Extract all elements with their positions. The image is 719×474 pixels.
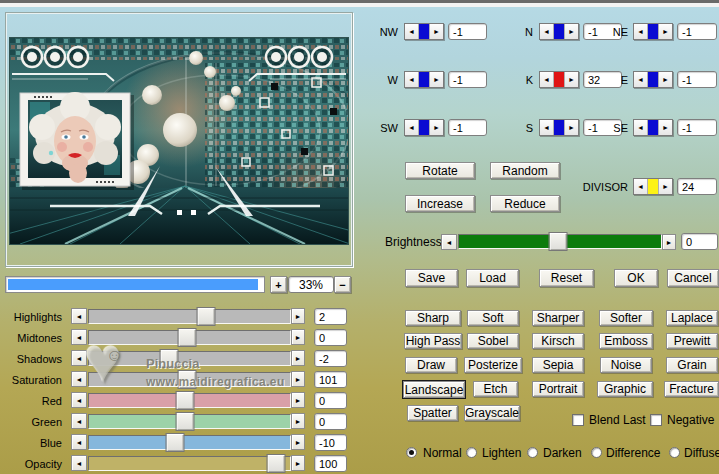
blue-right-arrow[interactable]: ► <box>291 434 305 450</box>
red-left-arrow[interactable]: ◄ <box>71 392 87 408</box>
left-arrow-icon[interactable]: ◄ <box>405 24 419 39</box>
filter-laplace-button[interactable]: Laplace <box>666 310 718 326</box>
blue-left-arrow[interactable]: ◄ <box>71 434 87 450</box>
ok-button[interactable]: OK <box>614 269 658 287</box>
highlights-slider[interactable] <box>88 309 291 324</box>
filter-grayscale-button[interactable]: Grayscale <box>464 405 520 421</box>
red-slider[interactable] <box>88 393 291 408</box>
filter-posterize-button[interactable]: Posterize <box>464 357 522 373</box>
kernel-stepper-sw[interactable]: ◄► <box>404 119 444 136</box>
brightness-thumb[interactable] <box>548 232 567 251</box>
filter-high-pass-button[interactable]: High Pass <box>404 333 462 349</box>
filter-grain-button[interactable]: Grain <box>666 357 718 373</box>
right-arrow-icon[interactable]: ► <box>658 179 672 194</box>
kernel-value-sw[interactable]: -1 <box>448 119 487 136</box>
blue-value[interactable]: -10 <box>314 434 347 451</box>
left-arrow-icon[interactable]: ◄ <box>540 72 554 87</box>
increase-button[interactable]: Increase <box>405 195 475 212</box>
preview-image[interactable] <box>10 38 348 244</box>
filter-softer-button[interactable]: Softer <box>599 310 653 326</box>
blend-mode-diffuse-radio[interactable] <box>669 447 680 458</box>
preview-progress-bar[interactable] <box>5 276 265 293</box>
right-arrow-icon[interactable]: ► <box>429 120 443 135</box>
filter-sepia-button[interactable]: Sepia <box>532 357 584 373</box>
filter-fracture-button[interactable]: Fracture <box>664 381 719 397</box>
filter-spatter-button[interactable]: Spatter <box>407 405 458 421</box>
filter-sharper-button[interactable]: Sharper <box>532 310 584 326</box>
filter-kirsch-button[interactable]: Kirsch <box>532 333 584 349</box>
saturation-thumb[interactable] <box>178 370 197 389</box>
brightness-slider[interactable] <box>458 234 662 249</box>
red-value[interactable]: 0 <box>314 392 347 409</box>
filter-sobel-button[interactable]: Sobel <box>467 333 519 349</box>
blend-mode-normal-radio[interactable] <box>406 447 417 458</box>
filter-noise-button[interactable]: Noise <box>600 357 652 373</box>
kernel-value-ne[interactable]: -1 <box>677 23 717 40</box>
blue-thumb[interactable] <box>166 433 185 452</box>
negative-checkbox[interactable] <box>650 414 662 426</box>
left-arrow-icon[interactable]: ◄ <box>405 72 419 87</box>
highlights-left-arrow[interactable]: ◄ <box>71 308 87 324</box>
highlights-value[interactable]: 2 <box>314 308 347 325</box>
left-arrow-icon[interactable]: ◄ <box>405 120 419 135</box>
left-arrow-icon[interactable]: ◄ <box>540 120 554 135</box>
right-arrow-icon[interactable]: ► <box>658 120 672 135</box>
blend-mode-lighten-radio[interactable] <box>466 447 477 458</box>
saturation-right-arrow[interactable]: ► <box>291 371 305 387</box>
left-arrow-icon[interactable]: ◄ <box>540 24 554 39</box>
filter-emboss-button[interactable]: Emboss <box>599 333 653 349</box>
midtones-thumb[interactable] <box>178 328 197 347</box>
red-thumb[interactable] <box>176 391 195 410</box>
blend-last-checkbox[interactable] <box>572 414 584 426</box>
saturation-left-arrow[interactable]: ◄ <box>71 371 87 387</box>
right-arrow-icon[interactable]: ► <box>429 24 443 39</box>
rotate-button[interactable]: Rotate <box>405 162 475 179</box>
opacity-slider[interactable] <box>88 456 291 471</box>
kernel-stepper-n[interactable]: ◄► <box>539 23 579 40</box>
right-arrow-icon[interactable]: ► <box>564 72 578 87</box>
green-left-arrow[interactable]: ◄ <box>71 413 87 429</box>
left-arrow-icon[interactable]: ◄ <box>634 120 648 135</box>
kernel-value-nw[interactable]: -1 <box>448 23 487 40</box>
shadows-slider[interactable] <box>88 351 291 366</box>
kernel-stepper-k[interactable]: ◄► <box>539 71 579 88</box>
opacity-left-arrow[interactable]: ◄ <box>71 455 87 471</box>
right-arrow-icon[interactable]: ► <box>429 72 443 87</box>
filter-prewitt-button[interactable]: Prewitt <box>666 333 718 349</box>
saturation-value[interactable]: 101 <box>314 371 347 388</box>
saturation-slider[interactable] <box>88 372 291 387</box>
kernel-value-e[interactable]: -1 <box>677 71 717 88</box>
green-value[interactable]: 0 <box>314 413 347 430</box>
brightness-value[interactable]: 0 <box>681 233 718 250</box>
kernel-stepper-se[interactable]: ◄► <box>633 119 673 136</box>
midtones-left-arrow[interactable]: ◄ <box>71 329 87 345</box>
zoom-out-button[interactable]: − <box>334 276 351 293</box>
filter-soft-button[interactable]: Soft <box>467 310 519 326</box>
divisor-value[interactable]: 24 <box>677 178 717 195</box>
load-button[interactable]: Load <box>466 269 519 287</box>
red-right-arrow[interactable]: ► <box>291 392 305 408</box>
green-right-arrow[interactable]: ► <box>291 413 305 429</box>
kernel-stepper-s[interactable]: ◄► <box>539 119 579 136</box>
shadows-right-arrow[interactable]: ► <box>291 350 305 366</box>
zoom-level-field[interactable]: 33% <box>288 276 334 293</box>
filter-draw-button[interactable]: Draw <box>405 357 457 373</box>
opacity-right-arrow[interactable]: ► <box>291 455 305 471</box>
filter-landscape-button[interactable]: Landscape <box>403 381 465 398</box>
reduce-button[interactable]: Reduce <box>490 195 560 212</box>
green-slider[interactable] <box>88 414 291 429</box>
midtones-slider[interactable] <box>88 330 291 345</box>
blue-slider[interactable] <box>88 435 291 450</box>
cancel-button[interactable]: Cancel <box>667 269 719 287</box>
kernel-stepper-w[interactable]: ◄► <box>404 71 444 88</box>
opacity-value[interactable]: 100 <box>314 455 347 472</box>
kernel-value-w[interactable]: -1 <box>448 71 487 88</box>
divisor-stepper[interactable]: ◄► <box>633 178 673 195</box>
filter-graphic-button[interactable]: Graphic <box>597 381 653 397</box>
kernel-value-se[interactable]: -1 <box>677 119 717 136</box>
right-arrow-icon[interactable]: ► <box>658 72 672 87</box>
brightness-right-arrow[interactable]: ► <box>662 234 676 250</box>
filter-portrait-button[interactable]: Portrait <box>532 381 584 397</box>
zoom-in-button[interactable]: + <box>270 276 287 293</box>
filter-etch-button[interactable]: Etch <box>473 381 518 397</box>
